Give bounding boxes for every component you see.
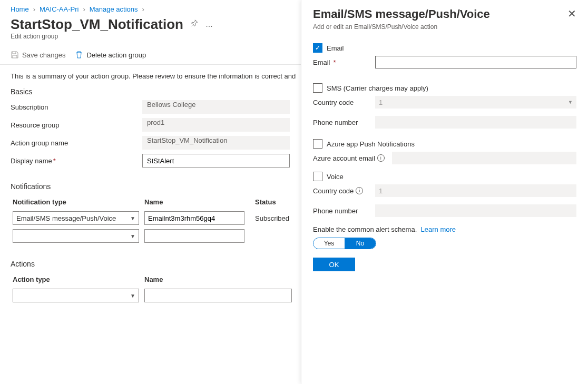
voice-phone-label: Phone number	[313, 207, 370, 215]
push-checkbox-label: Azure app Push Notifications	[327, 140, 415, 148]
close-icon[interactable]: ✕	[567, 7, 576, 20]
azure-email-input	[392, 152, 576, 164]
action-group-name-label: Action group name	[11, 139, 142, 147]
notification-type-select-empty[interactable]: ▼	[13, 229, 139, 243]
email-checkbox[interactable]: ✓	[313, 43, 322, 53]
action-type-select[interactable]: ▼	[13, 289, 139, 302]
toggle-yes[interactable]: Yes	[313, 238, 345, 249]
notification-name-input[interactable]	[144, 211, 244, 225]
notification-type-value: Email/SMS message/Push/Voice	[16, 214, 116, 222]
notification-name-input-empty[interactable]	[144, 229, 244, 243]
save-label: Save changes	[22, 51, 65, 59]
chevron-down-icon: ▼	[568, 100, 573, 105]
col-action-name: Name	[142, 272, 306, 287]
info-icon[interactable]: i	[377, 154, 385, 162]
notifications-table: Notification type Name Status Email/SMS …	[11, 195, 306, 245]
toggle-no[interactable]: No	[345, 238, 376, 249]
notification-row: ▼	[11, 227, 306, 245]
breadcrumb-manage[interactable]: Manage actions	[90, 5, 138, 13]
breadcrumb-rg[interactable]: MAIC-AA-Pri	[40, 5, 79, 13]
action-name-input[interactable]	[144, 289, 292, 302]
email-input[interactable]	[375, 56, 576, 68]
delete-button[interactable]: Delete action group	[75, 51, 146, 59]
resource-group-label: Resource group	[11, 121, 142, 129]
learn-more-link[interactable]: Learn more	[421, 225, 456, 233]
breadcrumb-home[interactable]: Home	[11, 5, 29, 13]
sms-phone-input	[375, 116, 576, 129]
voice-checkbox-label: Voice	[327, 173, 344, 181]
sms-phone-label: Phone number	[313, 119, 370, 126]
side-panel: Email/SMS message/Push/Voice ✕ Add or ed…	[301, 0, 588, 384]
sms-checkbox[interactable]	[313, 83, 322, 93]
col-notification-status: Status	[253, 195, 306, 209]
sms-country-select: 1 ▼	[375, 96, 576, 109]
actions-table: Action type Name ▼	[11, 272, 306, 304]
notification-type-select[interactable]: Email/SMS message/Push/Voice ▼	[13, 211, 139, 225]
schema-toggle[interactable]: Yes No	[313, 238, 376, 249]
subscription-value: Bellows College	[142, 100, 290, 114]
delete-label: Delete action group	[86, 51, 146, 59]
voice-phone-input	[375, 204, 576, 217]
subscription-label: Subscription	[11, 103, 142, 111]
ok-button[interactable]: OK	[313, 258, 355, 271]
chevron-down-icon: ▼	[130, 293, 135, 299]
page-title: StartStop_VM_Notification	[11, 16, 183, 33]
email-field-label: Email*	[313, 58, 370, 66]
display-name-input[interactable]	[142, 154, 290, 168]
save-button[interactable]: Save changes	[11, 51, 65, 59]
chevron-right-icon: ›	[142, 5, 144, 13]
more-icon[interactable]: …	[205, 20, 213, 28]
chevron-right-icon: ›	[83, 5, 85, 13]
chevron-down-icon: ▼	[130, 233, 135, 239]
notification-status: Subscribed	[253, 209, 306, 227]
display-name-label: Display name*	[11, 157, 142, 165]
azure-email-label: Azure account email i	[313, 154, 387, 162]
schema-text: Enable the common alert schema.	[313, 225, 417, 233]
col-notification-name: Name	[142, 195, 253, 209]
chevron-right-icon: ›	[33, 5, 35, 13]
col-notification-type: Notification type	[11, 195, 142, 209]
sms-checkbox-label: SMS (Carrier charges may apply)	[327, 84, 428, 92]
col-action-type: Action type	[11, 272, 142, 287]
resource-group-value: prod1	[142, 118, 290, 132]
save-icon	[11, 51, 19, 59]
push-checkbox[interactable]	[313, 139, 322, 149]
delete-icon	[75, 51, 83, 59]
chevron-down-icon: ▼	[130, 215, 135, 221]
pin-icon[interactable]	[191, 19, 198, 28]
required-asterisk: *	[53, 157, 56, 165]
voice-country-label: Country code i	[313, 187, 370, 195]
voice-country-input: 1	[375, 184, 576, 197]
email-checkbox-label: Email	[327, 44, 344, 52]
notification-row: Email/SMS message/Push/Voice ▼ Subscribe…	[11, 209, 306, 227]
voice-checkbox[interactable]	[313, 172, 322, 181]
action-group-name-value: StartStop_VM_Notification	[142, 136, 290, 150]
panel-subtitle: Add or edit an Email/SMS/Push/Voice acti…	[313, 23, 576, 31]
action-row: ▼	[11, 287, 306, 304]
info-icon[interactable]: i	[356, 187, 363, 194]
sms-country-label: Country code	[313, 99, 370, 106]
panel-title: Email/SMS message/Push/Voice	[313, 7, 490, 21]
